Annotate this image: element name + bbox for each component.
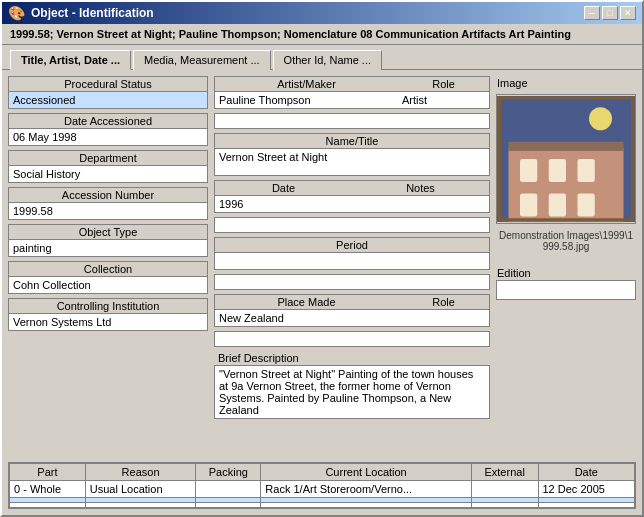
center-panel: Artist/Maker Pauline Thompson Role Artis… — [214, 76, 490, 456]
procedural-status-value[interactable]: Accessioned — [8, 91, 208, 109]
table-cell[interactable]: Usual Location — [85, 481, 196, 498]
app-icon: 🎨 — [8, 5, 25, 21]
object-type-field: Object Type painting — [8, 224, 208, 257]
breadcrumb: 1999.58; Vernon Street at Night; Pauline… — [2, 24, 642, 45]
brief-desc-value[interactable]: "Vernon Street at Night" Painting of the… — [214, 365, 490, 419]
notes-field: Notes — [352, 180, 490, 213]
place-made-label: Place Made — [214, 294, 398, 309]
svg-rect-5 — [578, 159, 595, 182]
table-cell[interactable]: 0 - Whole — [10, 481, 86, 498]
period-label: Period — [214, 237, 490, 252]
place-made-field: Place Made New Zealand — [214, 294, 398, 327]
artist-extra-value[interactable] — [214, 113, 398, 129]
table-cell[interactable]: 12 Dec 2005 — [538, 481, 635, 498]
notes-extra-value[interactable] — [352, 217, 490, 233]
maximize-button[interactable]: □ — [602, 6, 618, 20]
right-panel: Image — [496, 76, 636, 456]
image-caption: Demonstration Images\1999\1999.58.jpg — [496, 228, 636, 254]
table-cell[interactable] — [261, 503, 471, 508]
col-external: External — [471, 464, 538, 481]
procedural-status-field: Procedural Status Accessioned — [8, 76, 208, 109]
title-bar: 🎨 Object - Identification ─ □ ✕ — [2, 2, 642, 24]
table-cell[interactable] — [196, 481, 261, 498]
place-extra-row — [214, 331, 490, 347]
notes-label: Notes — [352, 180, 490, 195]
role-extra-value[interactable] — [398, 113, 490, 129]
role-extra-field — [398, 113, 490, 129]
role-field: Role Artist — [398, 76, 490, 109]
col-part: Part — [10, 464, 86, 481]
controlling-institution-value[interactable]: Vernon Systems Ltd — [8, 313, 208, 331]
svg-rect-8 — [578, 194, 595, 217]
name-title-field: Name/Title Vernon Street at Night — [214, 133, 490, 176]
table-cell[interactable] — [10, 503, 86, 508]
role-label: Role — [398, 76, 490, 91]
artist-maker-row: Artist/Maker Pauline Thompson Role Artis… — [214, 76, 490, 109]
date-accessioned-field: Date Accessioned 06 May 1998 — [8, 113, 208, 146]
accession-number-label: Accession Number — [8, 187, 208, 202]
svg-point-1 — [589, 107, 612, 130]
left-panel: Procedural Status Accessioned Date Acces… — [8, 76, 208, 456]
svg-rect-9 — [509, 142, 624, 151]
period-value[interactable] — [214, 252, 490, 270]
table-cell[interactable] — [196, 503, 261, 508]
bottom-section: Part Reason Packing Current Location Ext… — [2, 462, 642, 515]
brief-description-field: Brief Description "Vernon Street at Nigh… — [214, 351, 490, 419]
accession-number-value[interactable]: 1999.58 — [8, 202, 208, 220]
col-reason: Reason — [85, 464, 196, 481]
place-role-extra-value[interactable] — [398, 331, 490, 347]
artist-extra-field — [214, 113, 398, 129]
col-packing: Packing — [196, 464, 261, 481]
table-cell[interactable] — [85, 503, 196, 508]
col-date: Date — [538, 464, 635, 481]
table-cell[interactable]: Rack 1/Art Storeroom/Verno... — [261, 481, 471, 498]
date-extra-field — [214, 217, 352, 233]
period-field: Period — [214, 237, 490, 270]
name-title-value[interactable]: Vernon Street at Night — [214, 148, 490, 176]
role-value[interactable]: Artist — [398, 91, 490, 109]
controlling-institution-label: Controlling Institution — [8, 298, 208, 313]
image-box — [496, 94, 636, 224]
collection-label: Collection — [8, 261, 208, 276]
image-label: Image — [496, 76, 636, 90]
date-accessioned-label: Date Accessioned — [8, 113, 208, 128]
collection-value[interactable]: Cohn Collection — [8, 276, 208, 294]
tab-title-artist-date[interactable]: Title, Artist, Date ... — [10, 50, 131, 70]
artist-name-value[interactable]: Pauline Thompson — [214, 91, 398, 109]
department-value[interactable]: Social History — [8, 165, 208, 183]
place-made-value[interactable]: New Zealand — [214, 309, 398, 327]
department-field: Department Social History — [8, 150, 208, 183]
collection-field: Collection Cohn Collection — [8, 261, 208, 294]
period-extra-value[interactable] — [214, 274, 490, 290]
edition-label: Edition — [496, 266, 636, 280]
table-cell[interactable] — [471, 481, 538, 498]
procedural-status-label: Procedural Status — [8, 76, 208, 91]
date-field: Date 1996 — [214, 180, 352, 213]
artist-maker-field: Artist/Maker Pauline Thompson — [214, 76, 398, 109]
col-current-location: Current Location — [261, 464, 471, 481]
date-extra-value[interactable] — [214, 217, 352, 233]
artist-maker-label: Artist/Maker — [214, 76, 398, 91]
object-type-value[interactable]: painting — [8, 239, 208, 257]
date-accessioned-value[interactable]: 06 May 1998 — [8, 128, 208, 146]
date-notes-row: Date 1996 Notes — [214, 180, 490, 213]
date-label: Date — [214, 180, 352, 195]
table-cell[interactable] — [471, 503, 538, 508]
place-extra-value[interactable] — [214, 331, 398, 347]
table-cell[interactable] — [538, 503, 635, 508]
close-button[interactable]: ✕ — [620, 6, 636, 20]
tab-other-id-name[interactable]: Other Id, Name ... — [273, 50, 382, 70]
controlling-institution-field: Controlling Institution Vernon Systems L… — [8, 298, 208, 331]
tab-media-measurement[interactable]: Media, Measurement ... — [133, 50, 271, 70]
notes-value[interactable] — [352, 195, 490, 213]
svg-rect-6 — [520, 194, 537, 217]
edition-field: Edition — [496, 266, 636, 300]
notes-extra-field — [352, 217, 490, 233]
place-made-role-value[interactable] — [398, 309, 490, 327]
date-value[interactable]: 1996 — [214, 195, 352, 213]
brief-desc-label: Brief Description — [214, 351, 490, 365]
minimize-button[interactable]: ─ — [584, 6, 600, 20]
place-made-role-label: Role — [398, 294, 490, 309]
svg-rect-7 — [549, 194, 566, 217]
edition-value[interactable] — [496, 280, 636, 300]
